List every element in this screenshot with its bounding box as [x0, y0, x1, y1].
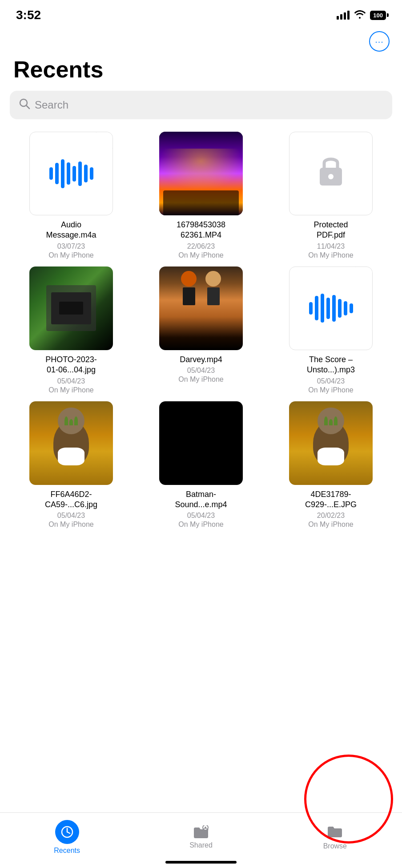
list-item[interactable]: AudioMessage.m4a 03/07/23 On My iPhone: [10, 132, 133, 259]
file-location: On My iPhone: [178, 375, 223, 384]
list-item[interactable]: Darvey.mp4 05/04/23 On My iPhone: [140, 266, 262, 394]
file-name: Darvey.mp4: [180, 355, 222, 365]
file-date: 05/04/23: [57, 377, 85, 385]
browse-folder-icon: [327, 824, 343, 840]
file-name: 1679845303862361.MP4: [177, 220, 225, 241]
tab-recents[interactable]: Recents: [0, 820, 134, 855]
list-item[interactable]: 4DE31789-C929-...E.JPG 20/02/23 On My iP…: [269, 401, 392, 529]
signal-icon: [337, 11, 350, 20]
tab-shared-label: Shared: [189, 841, 213, 849]
file-location: On My iPhone: [308, 521, 353, 529]
svg-point-3: [328, 174, 334, 179]
shared-folder-icon: [193, 825, 209, 839]
file-name: PHOTO-2023-01-06...04.jpg: [45, 355, 97, 375]
clock-icon: [55, 820, 79, 844]
list-item[interactable]: ProtectedPDF.pdf 11/04/23 On My iPhone: [269, 132, 392, 259]
list-item[interactable]: PHOTO-2023-01-06...04.jpg 05/04/23 On My…: [10, 266, 133, 394]
file-location: On My iPhone: [308, 251, 353, 259]
file-location: On My iPhone: [178, 251, 223, 259]
file-location: On My iPhone: [178, 521, 223, 529]
file-thumbnail: [29, 132, 113, 215]
file-name: Batman-Sound...e.mp4: [175, 489, 227, 510]
tab-bar: Recents Shared Browse: [0, 812, 402, 868]
status-bar: 3:52 100: [0, 0, 402, 27]
file-thumbnail: [29, 266, 113, 350]
file-name: The Score –Unsto...).mp3: [307, 355, 355, 375]
file-thumbnail: [159, 132, 243, 215]
file-location: On My iPhone: [308, 386, 353, 394]
list-item[interactable]: FF6A46D2-CA59-...C6.jpg 05/04/23 On My i…: [10, 401, 133, 529]
search-container: Search: [0, 91, 402, 132]
file-name: FF6A46D2-CA59-...C6.jpg: [45, 489, 97, 510]
tab-browse[interactable]: Browse: [268, 824, 402, 850]
file-thumbnail: [159, 266, 243, 350]
list-item[interactable]: Batman-Sound...e.mp4 05/04/23 On My iPho…: [140, 401, 262, 529]
svg-line-1: [26, 105, 29, 109]
file-date: 22/06/23: [187, 242, 215, 250]
audio-waveform-icon: [309, 293, 353, 324]
status-icons: 100: [337, 10, 386, 21]
list-item[interactable]: The Score –Unsto...).mp3 05/04/23 On My …: [269, 266, 392, 394]
file-thumbnail: [289, 266, 373, 350]
svg-line-6: [67, 832, 70, 833]
search-input[interactable]: Search: [35, 99, 383, 111]
file-grid: AudioMessage.m4a 03/07/23 On My iPhone 1…: [0, 132, 402, 529]
file-date: 05/04/23: [317, 377, 345, 385]
file-location: On My iPhone: [48, 521, 93, 529]
file-name: AudioMessage.m4a: [46, 220, 96, 241]
wifi-icon: [354, 10, 366, 21]
search-bar[interactable]: Search: [10, 91, 392, 119]
search-icon: [19, 98, 30, 112]
file-date: 05/04/23: [187, 512, 215, 520]
file-date: 05/04/23: [57, 512, 85, 520]
file-thumbnail: [159, 401, 243, 485]
audio-waveform-icon: [49, 158, 93, 189]
file-name: ProtectedPDF.pdf: [314, 220, 348, 241]
file-date: 03/07/23: [57, 242, 85, 250]
home-indicator: [165, 861, 237, 864]
file-date: 11/04/23: [317, 242, 345, 250]
file-date: 20/02/23: [317, 512, 345, 520]
file-thumbnail: [289, 132, 373, 215]
file-location: On My iPhone: [48, 251, 93, 259]
tab-browse-label: Browse: [323, 842, 347, 850]
file-thumbnail: [29, 401, 113, 485]
battery-icon: 100: [370, 11, 386, 20]
page-title: Recents: [0, 52, 402, 91]
lock-icon: [315, 152, 346, 195]
tab-recents-label: Recents: [54, 847, 80, 855]
file-thumbnail: [289, 401, 373, 485]
more-button[interactable]: ···: [369, 31, 390, 52]
list-item[interactable]: 1679845303862361.MP4 22/06/23 On My iPho…: [140, 132, 262, 259]
status-time: 3:52: [16, 8, 41, 22]
file-location: On My iPhone: [48, 386, 93, 394]
file-name: 4DE31789-C929-...E.JPG: [305, 489, 357, 510]
file-date: 05/04/23: [187, 367, 215, 375]
tab-shared[interactable]: Shared: [134, 825, 268, 849]
